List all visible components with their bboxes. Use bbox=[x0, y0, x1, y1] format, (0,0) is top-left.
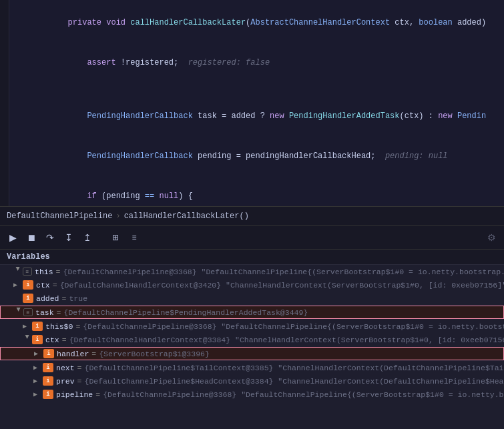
step-out-button[interactable]: ↥ bbox=[80, 230, 95, 245]
added-icon: i bbox=[23, 294, 33, 303]
ctx-inner-icon: i bbox=[32, 335, 43, 344]
frames-button[interactable]: ⊞ bbox=[108, 230, 123, 245]
code-line-task: PendingHandlerCallback task = added ? ne… bbox=[9, 96, 504, 136]
code-line-blank1 bbox=[9, 83, 504, 96]
expand-next[interactable]: ▶ bbox=[33, 364, 43, 372]
ctx-icon: i bbox=[23, 280, 33, 290]
var-row-this0[interactable]: ▶ i this$0 = {DefaultChannelPipeline@336… bbox=[0, 320, 504, 333]
step-into-button[interactable]: ↧ bbox=[61, 230, 76, 245]
this0-icon: i bbox=[32, 322, 43, 331]
settings-button[interactable]: ⚙ bbox=[484, 230, 499, 245]
breadcrumb-method: callHandlerCallbackLater() bbox=[124, 211, 249, 221]
expand-task[interactable]: ▶ bbox=[15, 308, 23, 317]
threads-button[interactable]: ≡ bbox=[127, 230, 142, 245]
debug-toolbar: ▶ ⏹ ↷ ↧ ↥ ⊞ ≡ ⚙ bbox=[0, 226, 504, 250]
expand-prev[interactable]: ▶ bbox=[33, 377, 43, 385]
var-row-added[interactable]: i added = true bbox=[0, 292, 504, 305]
var-row-handler[interactable]: ▶ i handler = {ServerBootstrap$1@3396} bbox=[0, 347, 504, 360]
breadcrumb-class: DefaultChannelPipeline bbox=[7, 211, 112, 221]
expand-added[interactable] bbox=[13, 295, 23, 302]
var-row-prev[interactable]: ▶ i prev = {DefaultChannelPipeline$HeadC… bbox=[0, 374, 504, 388]
var-row-task[interactable]: ▶ ≡ task = {DefaultChannelPipeline$Pendi… bbox=[0, 306, 504, 319]
expand-this[interactable]: ▶ bbox=[14, 267, 22, 276]
expand-ctx[interactable]: ▶ bbox=[13, 281, 23, 289]
var-row-ctx[interactable]: ▶ i ctx = {DefaultChannelHandlerContext@… bbox=[0, 278, 504, 292]
task-icon: ≡ bbox=[23, 308, 33, 316]
step-over-button[interactable]: ↷ bbox=[43, 230, 57, 245]
pipeline-icon: i bbox=[43, 390, 53, 399]
var-row-pipeline[interactable]: ▶ i pipeline = {DefaultChannelPipeline@3… bbox=[0, 388, 504, 401]
stop-button[interactable]: ⏹ bbox=[24, 230, 39, 245]
prev-icon: i bbox=[43, 376, 53, 386]
code-line-if: if (pending == null) { bbox=[9, 176, 504, 207]
next-icon: i bbox=[43, 363, 53, 372]
code-line-assert: assert !registered; registered: false bbox=[9, 43, 504, 83]
code-line-pending: PendingHandlerCallback pending = pending… bbox=[9, 136, 504, 176]
expand-handler[interactable]: ▶ bbox=[34, 350, 43, 358]
expand-this0[interactable]: ▶ bbox=[23, 322, 32, 330]
var-row-next[interactable]: ▶ i next = {DefaultChannelPipeline$TailC… bbox=[0, 361, 504, 374]
code-editor: private void callHandlerCallbackLater(Ab… bbox=[0, 0, 504, 207]
handler-icon: i bbox=[43, 349, 54, 358]
var-row-ctx-inner[interactable]: ▶ i ctx = {DefaultChannelHandlerContext@… bbox=[0, 333, 504, 346]
code-line-1: private void callHandlerCallbackLater(Ab… bbox=[9, 3, 504, 43]
expand-pipeline[interactable]: ▶ bbox=[33, 390, 43, 398]
var-row-this[interactable]: ▶ ≡ this = {DefaultChannelPipeline@3368}… bbox=[0, 265, 504, 278]
variables-panel: Variables ▶ ≡ this = {DefaultChannelPipe… bbox=[0, 250, 504, 429]
expand-ctx-inner[interactable]: ▶ bbox=[23, 335, 31, 344]
breadcrumb: DefaultChannelPipeline › callHandlerCall… bbox=[0, 207, 504, 226]
this-icon: ≡ bbox=[23, 268, 32, 276]
resume-button[interactable]: ▶ bbox=[5, 230, 20, 245]
variables-header: Variables bbox=[0, 250, 504, 265]
